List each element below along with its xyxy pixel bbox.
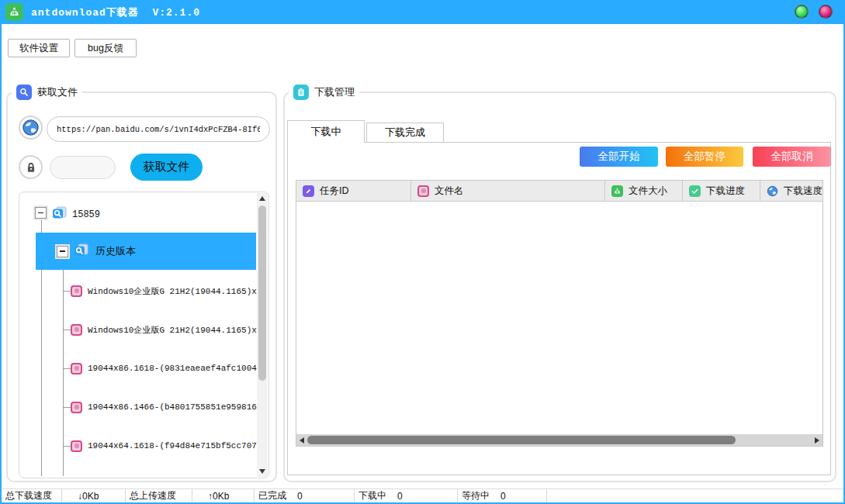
fetch-file-panel: 获取文件 获取文件	[6, 91, 277, 482]
tree-file-node[interactable]: 19044x86.1618-(9831eaeaef4afc1004c	[71, 362, 265, 375]
check-icon	[689, 185, 701, 197]
settings-button[interactable]: 软件设置	[8, 39, 70, 57]
column-header-task-id[interactable]: 任务ID	[296, 181, 411, 201]
tab-downloading[interactable]: 下载中	[287, 120, 365, 143]
tree-expander-root[interactable]	[35, 207, 47, 219]
pen-icon	[303, 185, 314, 197]
tree-selected-label: 历史版本	[95, 244, 136, 258]
column-header-progress[interactable]: 下载进度	[683, 181, 760, 201]
tree-expander-selected[interactable]	[57, 246, 68, 257]
extraction-code-input[interactable]	[50, 156, 116, 179]
download-table-header: 任务ID 文件名	[296, 181, 822, 202]
status-downloading: 下载中 0	[355, 489, 458, 502]
file-icon	[71, 402, 82, 413]
cancel-all-button[interactable]: 全部取消	[753, 147, 831, 167]
pause-all-button[interactable]: 全部暂停	[666, 147, 743, 167]
folder-search-icon	[52, 206, 68, 223]
tab-completed[interactable]: 下载完成	[366, 123, 444, 143]
tree-connector-stub	[63, 407, 71, 408]
column-label: 下载速度	[784, 185, 822, 198]
close-button[interactable]	[819, 5, 833, 19]
download-manage-panel: 下载管理 下载中 下载完成 全部开始 全部暂停 全部取消	[283, 91, 836, 482]
search-icon	[16, 85, 32, 100]
tree-connector-stub	[63, 446, 71, 447]
file-icon	[71, 324, 82, 336]
start-all-button[interactable]: 全部开始	[580, 147, 658, 167]
tree-file-node[interactable]: 19044x86.1466-(b4801755851e9598166	[71, 401, 265, 413]
clipboard-icon	[293, 85, 309, 100]
window-title: antdownload下载器 V:2.1.0	[31, 5, 200, 19]
basket-icon	[611, 185, 623, 197]
status-total-download-label: 总下载速度	[2, 489, 62, 502]
tree-scrollbar[interactable]	[257, 193, 268, 477]
globe-icon	[19, 116, 43, 140]
column-header-filename[interactable]: 文件名	[411, 181, 605, 201]
tree-connector-stub	[63, 291, 71, 292]
download-table-body	[296, 202, 822, 435]
download-panel-title: 下载管理	[314, 85, 355, 99]
status-total-upload-label: 总上传速度	[126, 489, 192, 502]
tree-file-label: Windows10企业版G 21H2(19044.1165)x	[88, 324, 257, 336]
tree-root-label: 15859	[72, 209, 100, 220]
file-icon	[417, 185, 429, 197]
tree-file-label: 19044x86.1618-(9831eaeaef4afc1004c	[88, 364, 261, 373]
tab-label: 下载完成	[385, 126, 425, 140]
statusbar: 总下载速度 ↓0Kb 总上传速度 ↑0Kb 已完成 0 下载中 0 等待中 0	[2, 488, 843, 502]
status-total-download-value: ↓0Kb	[62, 489, 126, 502]
downloading-tab-page: 全部开始 全部暂停 全部取消 任务ID 文	[287, 142, 831, 475]
status-spacer	[547, 489, 843, 502]
download-panel-legend: 下载管理	[289, 85, 359, 100]
lock-icon	[19, 155, 43, 179]
titlebar: antdownload下载器 V:2.1.0	[0, 0, 845, 24]
app-window: antdownload下载器 V:2.1.0 软件设置 bug反馈 获取文件	[0, 0, 845, 504]
fetch-panel-title: 获取文件	[37, 85, 78, 99]
column-header-filesize[interactable]: 文件大小	[605, 181, 683, 201]
fetch-file-button[interactable]: 获取文件	[130, 154, 203, 181]
tree-scrollbar-thumb[interactable]	[258, 205, 266, 381]
fetch-panel-legend: 获取文件	[12, 85, 82, 100]
minimize-button[interactable]	[795, 5, 809, 19]
scroll-right-icon[interactable]	[812, 434, 822, 446]
scroll-left-icon[interactable]	[296, 434, 307, 446]
folder-search-icon	[74, 243, 89, 260]
column-label: 任务ID	[320, 185, 349, 198]
table-scrollbar-thumb[interactable]	[307, 436, 736, 444]
tree-file-node[interactable]: Windows10企业版G 21H2(19044.1165)x	[71, 285, 265, 297]
tree-file-node[interactable]: 19044x64.1618-(f94d84e715bf5cc707d	[71, 440, 265, 452]
tree-connector-stub	[63, 330, 71, 330]
file-tree: 15859 历史版本 Windows10企业版	[19, 192, 269, 478]
tree-file-label: Windows10企业版G 21H2(19044.1165)x	[88, 285, 257, 297]
bug-feedback-button[interactable]: bug反馈	[74, 39, 137, 57]
tree-file-label: 19044x64.1618-(f94d84e715bf5cc707d	[88, 441, 261, 450]
file-icon	[71, 440, 82, 452]
status-completed: 已完成 0	[255, 489, 355, 502]
table-horizontal-scrollbar[interactable]	[296, 434, 822, 446]
column-label: 文件名	[435, 185, 464, 198]
tree-root-node[interactable]: 15859	[52, 206, 100, 223]
tree-node-selected[interactable]: 历史版本	[36, 233, 256, 270]
status-waiting: 等待中 0	[458, 489, 547, 502]
status-total-upload-value: ↑0Kb	[192, 489, 255, 502]
tree-file-label: 19044x86.1466-(b4801755851e9598166	[88, 402, 261, 412]
column-label: 下载进度	[706, 185, 745, 198]
download-table: 任务ID 文件名	[296, 180, 823, 447]
tree-connector-stub	[63, 368, 71, 369]
scroll-up-icon[interactable]	[257, 193, 268, 204]
app-logo-icon	[5, 3, 23, 21]
tab-label: 下载中	[311, 125, 341, 139]
file-icon	[71, 285, 82, 297]
column-label: 文件大小	[629, 185, 667, 198]
column-header-speed[interactable]: 下载速度	[760, 181, 822, 201]
globe-icon	[767, 185, 778, 197]
url-input[interactable]	[47, 116, 270, 142]
scroll-down-icon[interactable]	[257, 466, 268, 477]
tree-file-node[interactable]: Windows10企业版G 21H2(19044.1165)x	[71, 323, 265, 336]
file-icon	[71, 363, 82, 375]
